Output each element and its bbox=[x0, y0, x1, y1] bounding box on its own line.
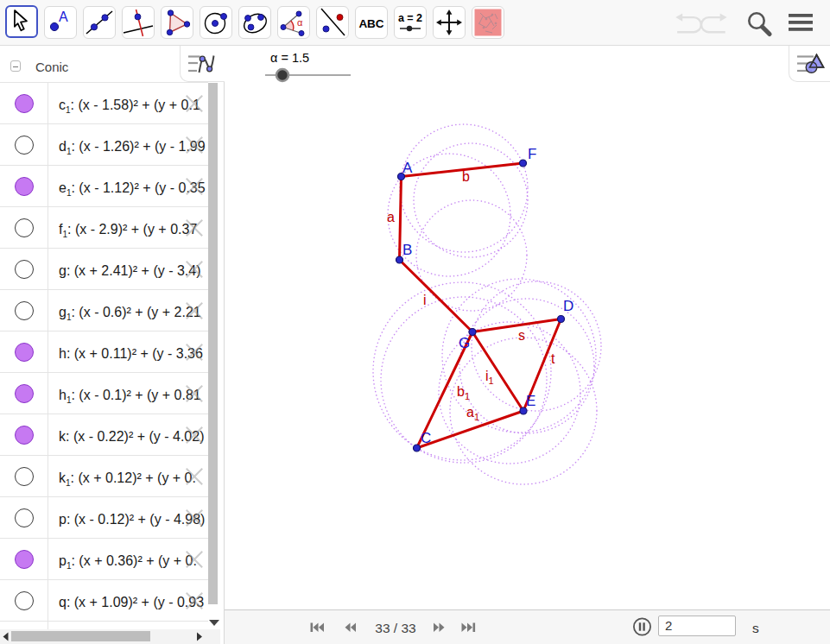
svg-text:G: G bbox=[459, 335, 470, 351]
svg-text:s: s bbox=[518, 328, 525, 343]
svg-text:D: D bbox=[563, 298, 573, 314]
svg-text:A: A bbox=[402, 160, 413, 176]
svg-text:α: α bbox=[297, 17, 303, 28]
svg-text:a: a bbox=[387, 210, 395, 224]
svg-text:E: E bbox=[526, 393, 535, 409]
svg-text:s: s bbox=[752, 621, 759, 635]
svg-text:C: C bbox=[421, 430, 431, 446]
svg-text:b1: b1 bbox=[457, 384, 470, 401]
svg-text:ABC: ABC bbox=[358, 17, 383, 30]
svg-text:F: F bbox=[528, 146, 536, 162]
svg-text:b: b bbox=[462, 169, 470, 184]
svg-text:B: B bbox=[402, 242, 412, 258]
svg-text:33 / 33: 33 / 33 bbox=[375, 621, 415, 635]
svg-text:a1: a1 bbox=[466, 405, 479, 422]
svg-text:a = 2: a = 2 bbox=[398, 12, 422, 24]
svg-text:i: i bbox=[423, 293, 427, 307]
svg-text:A: A bbox=[59, 9, 68, 24]
svg-text:t: t bbox=[551, 351, 555, 366]
svg-text:α = 1.5: α = 1.5 bbox=[270, 51, 309, 65]
svg-text:i1: i1 bbox=[485, 369, 494, 386]
